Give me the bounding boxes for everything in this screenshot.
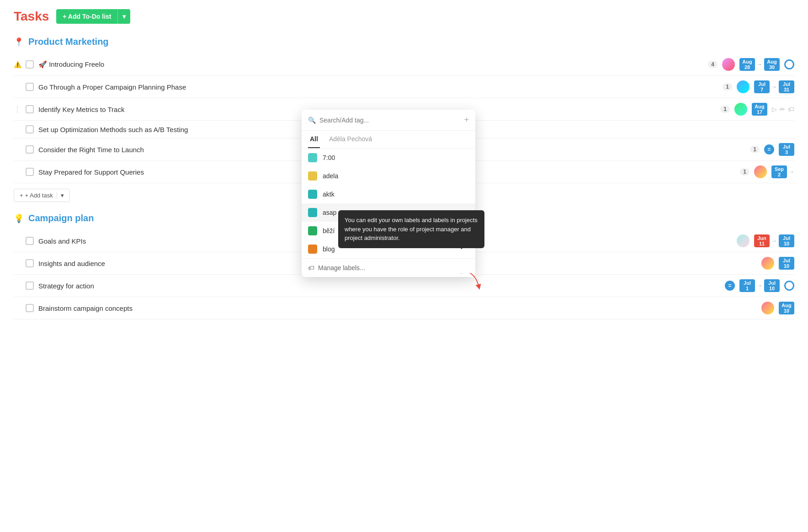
date-end-badge[interactable]: Jul10 <box>764 279 780 292</box>
tag-color-swatch <box>308 171 317 181</box>
task-count-badge: 1 <box>740 168 750 176</box>
section-emoji-product-marketing: 📍 <box>14 37 24 47</box>
date-end-badge[interactable]: Aug30 <box>764 58 780 71</box>
status-circle[interactable] <box>784 59 794 69</box>
avatar <box>737 234 750 247</box>
tag-label: aktk <box>323 191 469 198</box>
task-checkbox[interactable] <box>26 105 34 113</box>
task-name[interactable]: Brainstorm campaign concepts <box>38 304 757 312</box>
tag-search-input[interactable] <box>319 117 460 124</box>
date-group: Jun11 → Jul10 <box>754 234 794 247</box>
status-circle[interactable] <box>784 281 794 291</box>
tag-dropdown: 🔍 + All Adéla Pechová 7:00 adela aktk <box>302 110 475 277</box>
task-checkbox[interactable] <box>26 60 34 69</box>
tooltip-arrow <box>457 243 466 252</box>
tag-tab-adela[interactable]: Adéla Pechová <box>327 131 374 148</box>
manage-labels-button[interactable]: 🏷 Manage labels... <box>302 258 475 277</box>
task-action-icons: ▷ ✏ 🏷 <box>772 106 794 113</box>
date-end-badge[interactable]: Jul10 <box>779 234 794 247</box>
task-checkbox[interactable] <box>26 125 34 133</box>
add-todo-label: + Add To-Do list <box>63 13 111 20</box>
date-arrow-icon: → <box>771 238 777 244</box>
tag-color-swatch <box>308 190 317 199</box>
svg-marker-0 <box>457 245 466 249</box>
avatar <box>761 302 774 314</box>
date-group: Jul1 → Jul10 <box>739 279 780 292</box>
task-count-badge: 1 <box>750 146 760 153</box>
add-tag-icon[interactable]: + <box>464 115 469 125</box>
avatar <box>722 58 735 71</box>
tooltip: You can edit your own labels and labels … <box>338 210 484 248</box>
tag-tabs: All Adéla Pechová <box>302 131 475 149</box>
section-emoji-campaign: 💡 <box>14 213 24 223</box>
date-end-badge[interactable]: Jul31 <box>779 80 794 93</box>
avatar <box>737 80 750 93</box>
task-name[interactable]: Strategy for action <box>38 282 720 290</box>
date-start-badge[interactable]: Jul1 <box>739 279 755 292</box>
tag-item[interactable]: 7:00 <box>302 149 475 167</box>
date-arrow-icon: → <box>757 282 762 289</box>
tooltip-text: You can edit your own labels and labels … <box>345 217 478 241</box>
add-task-button[interactable]: + + Add task ▾ <box>14 189 70 202</box>
task-checkbox[interactable] <box>26 282 34 290</box>
date-arrow-icon: → <box>757 61 762 68</box>
date-start-badge[interactable]: Jun11 <box>754 234 770 247</box>
task-row: Strategy for action = Jul1 → Jul10 <box>14 275 794 297</box>
red-arrow-annotation <box>461 273 488 298</box>
add-todo-main[interactable]: + Add To-Do list <box>56 9 118 24</box>
date-start-badge[interactable]: Jul7 <box>754 80 770 93</box>
tag-tab-all[interactable]: All <box>308 131 320 148</box>
section-header-product-marketing: 📍 Product Marketing <box>14 35 794 49</box>
manage-labels-text: Manage labels... <box>318 264 365 271</box>
date-start-badge[interactable]: Aug28 <box>739 58 755 71</box>
task-count-badge: 4 <box>708 61 718 68</box>
add-task-arrow[interactable]: ▾ <box>57 192 64 199</box>
avatar <box>734 103 747 116</box>
date-start-badge[interactable]: Sep2 <box>771 165 787 178</box>
drag-handle-icon[interactable]: ⋮ <box>14 105 21 114</box>
priority-icon: = <box>764 144 774 154</box>
task-checkbox[interactable] <box>26 145 34 154</box>
date-group: Jul7 → Jul31 <box>754 80 794 93</box>
tag-item[interactable]: adela <box>302 167 475 185</box>
add-todo-dropdown-arrow[interactable]: ▾ <box>118 9 130 24</box>
tag-label: adela <box>323 172 469 180</box>
warning-icon: ⚠️ <box>14 61 21 68</box>
add-task-plus: + <box>20 192 23 199</box>
task-name[interactable]: Go Through a Proper Campaign Planning Ph… <box>38 83 718 91</box>
tag-color-swatch <box>308 245 317 254</box>
page-title: Tasks <box>14 9 49 24</box>
date-badge[interactable]: Jul3 <box>779 143 794 156</box>
task-checkbox[interactable] <box>26 259 34 267</box>
task-checkbox[interactable] <box>26 304 34 312</box>
task-row: ⚠️ 🚀 Introducing Freelo 4 Aug28 → Aug30 <box>14 53 794 76</box>
section-title-product-marketing: Product Marketing <box>28 37 109 47</box>
avatar <box>754 165 767 178</box>
header: Tasks + Add To-Do list ▾ <box>14 9 794 24</box>
task-row: Go Through a Proper Campaign Planning Ph… <box>14 76 794 98</box>
date-group: Sep2 → <box>771 165 794 178</box>
task-checkbox[interactable] <box>26 83 34 91</box>
task-checkbox[interactable] <box>26 237 34 245</box>
play-icon[interactable]: ▷ <box>772 106 777 113</box>
task-count-badge: 1 <box>723 83 732 90</box>
date-group: Aug28 → Aug30 <box>739 58 780 71</box>
date-arrow-icon: → <box>771 84 777 90</box>
add-todo-button[interactable]: + Add To-Do list ▾ <box>56 9 130 24</box>
tag-icon[interactable]: 🏷 <box>788 106 794 113</box>
label-icon: 🏷 <box>308 264 314 271</box>
tag-color-swatch <box>308 153 317 162</box>
tag-label: 7:00 <box>323 154 469 161</box>
priority-icon: = <box>725 281 735 291</box>
task-count-badge: 1 <box>720 106 730 113</box>
date-badge[interactable]: Aug17 <box>752 103 767 116</box>
date-badge[interactable]: Aug10 <box>779 302 794 314</box>
add-task-main[interactable]: + + Add task <box>20 192 53 199</box>
tag-item[interactable]: aktk <box>302 185 475 203</box>
pencil-icon[interactable]: ✏ <box>780 106 785 113</box>
section-title-campaign: Campaign plan <box>28 213 94 223</box>
task-checkbox[interactable] <box>26 168 34 176</box>
task-name[interactable]: 🚀 Introducing Freelo <box>38 60 703 69</box>
date-badge[interactable]: Jul10 <box>779 257 794 270</box>
task-row: Brainstorm campaign concepts Aug10 <box>14 297 794 319</box>
